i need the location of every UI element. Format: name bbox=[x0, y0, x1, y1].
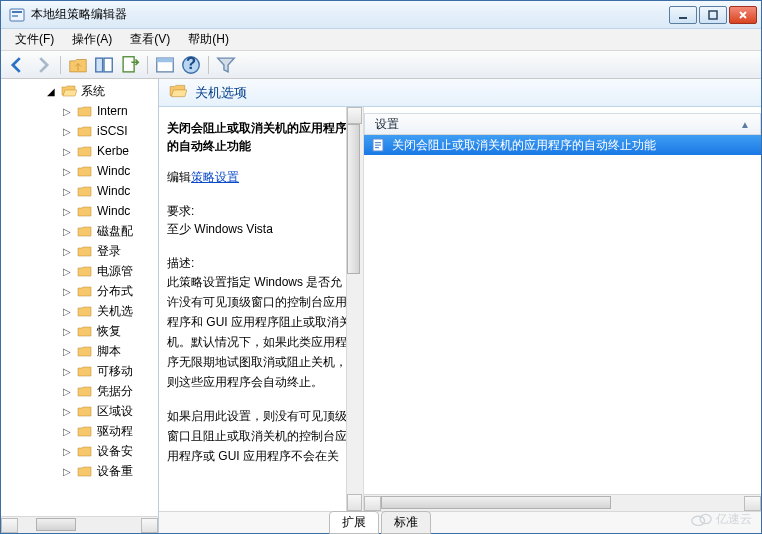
tree-item[interactable]: Intern bbox=[1, 101, 158, 121]
desc-body1: 此策略设置指定 Windows 是否允许没有可见顶级窗口的控制台应用程序和 GU… bbox=[167, 272, 353, 392]
scroll-thumb[interactable] bbox=[36, 518, 76, 531]
menu-help[interactable]: 帮助(H) bbox=[180, 29, 237, 50]
svg-rect-15 bbox=[375, 147, 379, 148]
expand-icon[interactable] bbox=[61, 386, 73, 397]
expand-icon[interactable] bbox=[61, 126, 73, 137]
folder-open-icon bbox=[61, 84, 77, 98]
edit-policy-link[interactable]: 策略设置 bbox=[191, 170, 239, 184]
menu-file[interactable]: 文件(F) bbox=[7, 29, 62, 50]
tree-item[interactable]: 凭据分 bbox=[1, 381, 158, 401]
desc-body2: 如果启用此设置，则没有可见顶级窗口且阻止或取消关机的控制台应用程序或 GUI 应… bbox=[167, 406, 353, 466]
tree-item[interactable]: 设备重 bbox=[1, 461, 158, 481]
expand-icon[interactable] bbox=[61, 166, 73, 177]
expand-icon[interactable] bbox=[61, 406, 73, 417]
scroll-thumb[interactable] bbox=[381, 496, 611, 509]
tree-label: 设备重 bbox=[97, 463, 133, 480]
export-button[interactable] bbox=[118, 54, 142, 76]
show-hide-tree-button[interactable] bbox=[92, 54, 116, 76]
folder-icon bbox=[77, 404, 93, 418]
separator bbox=[147, 56, 148, 74]
desc-vscrollbar[interactable] bbox=[346, 107, 363, 511]
svg-rect-5 bbox=[96, 58, 103, 72]
expand-icon[interactable] bbox=[61, 466, 73, 477]
scroll-track[interactable] bbox=[381, 496, 744, 511]
tree-item[interactable]: Kerbe bbox=[1, 141, 158, 161]
expand-icon[interactable] bbox=[61, 246, 73, 257]
scroll-track[interactable] bbox=[347, 124, 363, 494]
tree-item[interactable]: 分布式 bbox=[1, 281, 158, 301]
minimize-button[interactable] bbox=[669, 6, 697, 24]
help-button[interactable]: ? bbox=[179, 54, 203, 76]
edit-prefix: 编辑 bbox=[167, 170, 191, 184]
expand-icon[interactable] bbox=[61, 266, 73, 277]
tab-standard[interactable]: 标准 bbox=[381, 511, 431, 534]
expand-icon[interactable] bbox=[61, 206, 73, 217]
tree-root[interactable]: 系统 bbox=[1, 81, 158, 101]
expand-icon[interactable] bbox=[61, 446, 73, 457]
tree-item[interactable]: 磁盘配 bbox=[1, 221, 158, 241]
tree-item[interactable]: Windc bbox=[1, 201, 158, 221]
up-button[interactable] bbox=[66, 54, 90, 76]
tree-item[interactable]: 区域设 bbox=[1, 401, 158, 421]
tree-item[interactable]: 电源管 bbox=[1, 261, 158, 281]
expand-icon[interactable] bbox=[61, 346, 73, 357]
expand-icon[interactable] bbox=[61, 306, 73, 317]
edit-line: 编辑策略设置 bbox=[167, 169, 353, 186]
tree-item[interactable]: 驱动程 bbox=[1, 421, 158, 441]
tree-item[interactable]: 脚本 bbox=[1, 341, 158, 361]
expand-icon[interactable] bbox=[61, 326, 73, 337]
expand-icon[interactable] bbox=[61, 426, 73, 437]
tree-item[interactable]: 设备安 bbox=[1, 441, 158, 461]
scroll-up-button[interactable] bbox=[347, 107, 362, 124]
expand-icon[interactable] bbox=[61, 106, 73, 117]
list-hscrollbar[interactable] bbox=[364, 494, 761, 511]
tree-hscrollbar[interactable] bbox=[1, 516, 158, 533]
list-row[interactable]: 关闭会阻止或取消关机的应用程序的自动终止功能 bbox=[364, 135, 761, 155]
column-settings[interactable]: 设置 ▲ bbox=[364, 113, 761, 134]
tree-body[interactable]: 系统 InterniSCSIKerbeWindcWindcWindc磁盘配登录电… bbox=[1, 79, 158, 516]
forward-button[interactable] bbox=[31, 54, 55, 76]
scroll-right-button[interactable] bbox=[744, 496, 761, 511]
folder-icon bbox=[77, 264, 93, 278]
tree-item[interactable]: Windc bbox=[1, 161, 158, 181]
scroll-down-button[interactable] bbox=[347, 494, 362, 511]
expand-icon[interactable] bbox=[61, 286, 73, 297]
req-value: 至少 Windows Vista bbox=[167, 220, 353, 238]
tree-item[interactable]: 恢复 bbox=[1, 321, 158, 341]
expand-icon[interactable] bbox=[61, 186, 73, 197]
tree-label: Windc bbox=[97, 184, 130, 198]
folder-icon bbox=[77, 124, 93, 138]
window-title: 本地组策略编辑器 bbox=[31, 6, 669, 23]
tree-item[interactable]: iSCSI bbox=[1, 121, 158, 141]
close-button[interactable] bbox=[729, 6, 757, 24]
expand-icon[interactable] bbox=[45, 86, 57, 97]
separator bbox=[208, 56, 209, 74]
separator bbox=[60, 56, 61, 74]
menu-action[interactable]: 操作(A) bbox=[64, 29, 120, 50]
expand-icon[interactable] bbox=[61, 226, 73, 237]
properties-button[interactable] bbox=[153, 54, 177, 76]
filter-button[interactable] bbox=[214, 54, 238, 76]
expand-icon[interactable] bbox=[61, 366, 73, 377]
scroll-track[interactable] bbox=[18, 518, 141, 533]
folder-icon bbox=[77, 444, 93, 458]
list-pane: 设置 ▲ 关闭会阻止或取消关机的应用程序的自动终止功能 bbox=[364, 107, 761, 511]
tree-item[interactable]: Windc bbox=[1, 181, 158, 201]
scroll-left-button[interactable] bbox=[364, 496, 381, 511]
menu-view[interactable]: 查看(V) bbox=[122, 29, 178, 50]
scroll-right-button[interactable] bbox=[141, 518, 158, 533]
expand-icon[interactable] bbox=[61, 146, 73, 157]
tab-extended[interactable]: 扩展 bbox=[329, 511, 379, 534]
list-body[interactable]: 关闭会阻止或取消关机的应用程序的自动终止功能 bbox=[364, 135, 761, 494]
tree-label: 区域设 bbox=[97, 403, 133, 420]
tree-label: 驱动程 bbox=[97, 423, 133, 440]
tree-item[interactable]: 可移动 bbox=[1, 361, 158, 381]
folder-icon bbox=[77, 324, 93, 338]
scroll-thumb[interactable] bbox=[347, 124, 360, 274]
tabs-row: 扩展 标准 bbox=[159, 511, 761, 533]
tree-item[interactable]: 登录 bbox=[1, 241, 158, 261]
back-button[interactable] bbox=[5, 54, 29, 76]
tree-item[interactable]: 关机选 bbox=[1, 301, 158, 321]
maximize-button[interactable] bbox=[699, 6, 727, 24]
scroll-left-button[interactable] bbox=[1, 518, 18, 533]
